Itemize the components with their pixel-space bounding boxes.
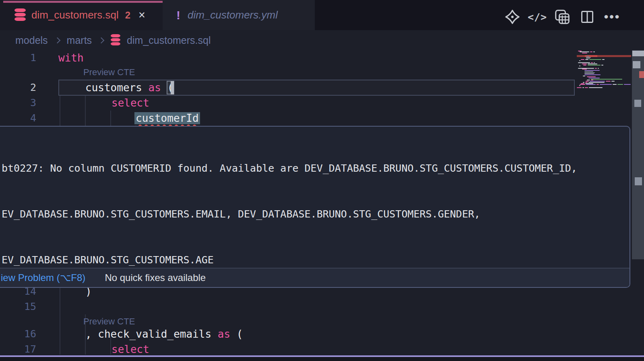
indent-guide <box>85 95 86 126</box>
tab-dim-customers-yml[interactable]: ! dim_customers.yml <box>163 0 315 30</box>
minimap-code-line <box>581 59 584 60</box>
code-line-2[interactable]: customers as ( <box>85 80 173 95</box>
minimap-code-line <box>578 62 590 63</box>
breadcrumb-file[interactable]: dim_customers.sql <box>127 35 211 46</box>
minimap-code-line <box>577 87 582 88</box>
minimap-code-line <box>586 84 596 85</box>
minimap-code-line <box>588 65 601 66</box>
code-line-4[interactable]: customerId <box>134 111 200 126</box>
minimap-code-line <box>590 81 605 82</box>
overview-ruler-marker <box>634 100 641 107</box>
minimap-code-line <box>584 70 600 71</box>
line-number: 3 <box>0 95 36 111</box>
line-number: 4 <box>0 111 36 126</box>
minimap-code-line <box>582 87 584 88</box>
minimap-code-line <box>600 84 612 85</box>
copy-table-icon[interactable] <box>554 8 571 25</box>
minimap-code-line <box>590 51 592 52</box>
minimap-code-line <box>582 64 587 64</box>
minimap-code-line <box>586 57 591 58</box>
line-number: 15 <box>0 299 36 314</box>
minimap-code-line <box>584 71 593 72</box>
minimap-code-line <box>602 59 605 60</box>
minimap-code-line <box>606 81 611 82</box>
minimap-error-line <box>577 55 631 57</box>
close-icon[interactable]: × <box>138 9 145 21</box>
minimap-code-line <box>579 85 580 86</box>
breadcrumb: models marts dim_customers.sql <box>0 30 644 50</box>
minimap-code-line <box>583 82 584 83</box>
breadcrumb-marts[interactable]: marts <box>67 35 92 46</box>
error-text: EV_DATABASE.BRUNO.STG_CUSTOMERS.EMAIL, D… <box>2 207 624 222</box>
minimap-code-line <box>588 78 600 78</box>
minimap-code-line <box>580 84 585 85</box>
minimap-code-line <box>617 84 623 85</box>
minimap-code-line <box>585 87 588 88</box>
bottom-strip <box>0 357 644 361</box>
problems-count-badge: 2 <box>125 10 130 21</box>
tab-title: dim_customers.yml <box>188 9 278 21</box>
scrollbar-thumb[interactable] <box>632 50 644 259</box>
minimap-code-line <box>582 53 587 53</box>
database-icon <box>14 8 26 22</box>
minimap-code-line <box>579 60 580 61</box>
split-editor-icon[interactable] <box>579 8 596 25</box>
minimap-code-line <box>584 72 595 73</box>
error-hover-popup: bt0227: No column CUSTOMERID found. Avai… <box>0 126 630 288</box>
tab-dim-customers-sql[interactable]: dim_customers.sql 2 × <box>0 0 163 30</box>
breadcrumb-models[interactable]: models <box>15 35 48 46</box>
editor-toolbar: </> ••• <box>504 8 621 26</box>
error-word-customerid[interactable]: customerId <box>134 112 200 124</box>
overview-ruler-marker <box>632 51 644 56</box>
minimap-code-line <box>601 65 603 66</box>
chevron-right-icon <box>98 37 105 43</box>
view-problem-link[interactable]: iew Problem (⌥F8) <box>1 272 85 283</box>
minimap-code-line <box>579 66 580 66</box>
warning-icon: ! <box>176 8 180 22</box>
dbt-logo-icon[interactable] <box>504 8 521 25</box>
minimap-code-line <box>624 84 631 85</box>
editor-window: dim_customers.sql 2 × ! dim_customers.ym… <box>0 0 644 361</box>
minimap-code-line <box>591 79 622 80</box>
minimap-code-line <box>595 68 597 69</box>
minimap-code-line <box>581 83 584 84</box>
minimap-code-line <box>593 51 595 52</box>
indent-guide <box>110 111 111 126</box>
minimap-code-line <box>583 76 585 76</box>
indent-guide <box>60 95 60 126</box>
minimap-code-line <box>589 59 601 60</box>
tab-strip: dim_customers.sql 2 × ! dim_customers.ym… <box>0 0 644 30</box>
text-cursor <box>171 81 174 94</box>
minimap-code-line <box>585 82 588 83</box>
minimap-code-line <box>613 84 617 85</box>
code-line-3[interactable]: select <box>111 95 149 111</box>
minimap-code-line <box>588 82 605 83</box>
minimap-code-line <box>585 83 593 84</box>
line-number: 17 <box>0 342 36 357</box>
tab-title: dim_customers.sql <box>31 9 119 21</box>
minimap-code-line <box>598 68 599 69</box>
minimap-code-line <box>584 73 594 74</box>
minimap-code-line <box>582 69 587 70</box>
code-line-16[interactable]: , check_valid_emails as ( <box>85 326 243 342</box>
minimap-code-line <box>580 51 589 52</box>
quick-fix-message: No quick fixes available <box>105 272 206 283</box>
code-line-1[interactable]: with <box>58 50 84 66</box>
codelens-preview-cte[interactable]: Preview CTE <box>83 67 135 78</box>
codelens-preview-cte[interactable]: Preview CTE <box>83 316 135 327</box>
error-text: bt0227: No column CUSTOMERID found. Avai… <box>2 161 624 176</box>
minimap-code-line <box>586 81 589 82</box>
code-line-17[interactable]: select <box>111 342 149 357</box>
line-number: 16 <box>0 326 36 342</box>
line-number: 2 <box>0 80 36 95</box>
minimap-code-line <box>585 59 588 60</box>
open-compiled-code-icon[interactable]: </> <box>529 8 546 25</box>
minimap-code-line <box>591 80 593 80</box>
error-text: EV_DATABASE.BRUNO.STG_CUSTOMERS.AGE <box>2 252 624 268</box>
more-actions-icon[interactable]: ••• <box>604 8 621 25</box>
minimap-code-line <box>597 84 599 85</box>
minimap-code-line <box>586 58 590 59</box>
chevron-right-icon <box>54 37 60 43</box>
minimap-code-line <box>611 81 615 82</box>
minimap-code-line <box>591 62 593 63</box>
